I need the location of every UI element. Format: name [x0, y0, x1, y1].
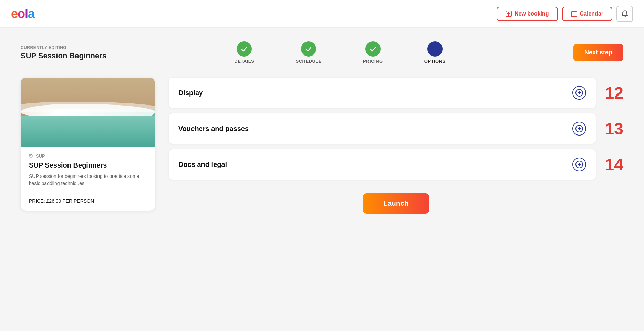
option-number-vouchers: 13 [603, 119, 623, 138]
card-image [21, 78, 155, 147]
svg-rect-3 [571, 12, 577, 17]
step-bar-left: CURRENTLY EDITING SUP Session Beginners [21, 45, 106, 60]
option-label-display: Display [178, 89, 203, 97]
card-body: SUP SUP Session Beginners SUP session fo… [21, 147, 155, 211]
card-preview: SUP SUP Session Beginners SUP session fo… [21, 78, 155, 211]
option-panel-docs[interactable]: Docs and legal [169, 149, 596, 180]
calendar-icon [571, 11, 577, 17]
header: eola New booking Calendar [0, 0, 644, 28]
plus-circle-icon-docs [575, 161, 583, 168]
step-schedule[interactable]: SCHEDULE [295, 41, 322, 64]
logo-q: o [18, 7, 25, 21]
step-circle-details [237, 41, 252, 57]
option-add-vouchers-button[interactable] [572, 122, 586, 136]
option-label-vouchers: Vouchers and passes [178, 125, 249, 133]
step-options[interactable]: OPTIONS [424, 41, 446, 64]
step-line-2 [322, 49, 363, 49]
plus-icon [506, 11, 512, 17]
next-step-button[interactable]: Next step [573, 44, 623, 61]
calendar-button[interactable]: Calendar [562, 7, 612, 21]
session-title: SUP Session Beginners [21, 51, 106, 60]
options-area: Display 12 Vouchers and passes [169, 78, 623, 214]
card-description: SUP session for beginners looking to pra… [29, 173, 147, 187]
logo-l: l [25, 7, 28, 21]
tag-icon [29, 154, 34, 159]
step-line-3 [383, 49, 424, 49]
plus-circle-icon-vouchers [575, 125, 583, 132]
option-add-docs-button[interactable] [572, 158, 586, 171]
step-label-options: OPTIONS [424, 59, 446, 64]
logo-a: a [28, 7, 34, 21]
option-add-display-button[interactable] [572, 86, 586, 100]
calendar-label: Calendar [580, 11, 603, 17]
card-tag-text: SUP [36, 153, 45, 159]
launch-container: Launch [169, 193, 623, 214]
sand-layer [21, 78, 155, 109]
logo-e: e [11, 7, 18, 21]
step-label-details: DETAILS [234, 59, 254, 64]
currently-editing-label: CURRENTLY EDITING [21, 45, 106, 50]
steps-container: DETAILS SCHEDULE PRI [106, 41, 573, 64]
step-details[interactable]: DETAILS [234, 41, 254, 64]
step-label-schedule: SCHEDULE [295, 59, 322, 64]
step-circle-schedule [301, 41, 316, 57]
option-panel-display[interactable]: Display [169, 78, 596, 108]
step-line-1 [254, 49, 295, 49]
card-name: SUP Session Beginners [29, 161, 147, 169]
checkmark-icon-schedule [305, 45, 312, 53]
new-booking-label: New booking [515, 11, 549, 17]
option-panel-vouchers[interactable]: Vouchers and passes [169, 113, 596, 144]
step-pricing[interactable]: PRICING [363, 41, 383, 64]
launch-button[interactable]: Launch [363, 193, 429, 214]
option-label-docs: Docs and legal [178, 161, 227, 169]
card-price: PRICE: £26.00 PER PERSON [29, 198, 147, 204]
water-layer [21, 116, 155, 147]
step-circle-pricing [365, 41, 381, 57]
main-content: CURRENTLY EDITING SUP Session Beginners … [0, 28, 644, 228]
option-row-display: Display 12 [169, 78, 623, 108]
card-price-label: PRICE: [29, 198, 45, 204]
header-actions: New booking Calendar [497, 6, 633, 22]
logo: eola [11, 7, 34, 21]
option-row-vouchers: Vouchers and passes 13 [169, 113, 623, 144]
new-booking-button[interactable]: New booking [497, 7, 558, 21]
content-area: SUP SUP Session Beginners SUP session fo… [21, 78, 623, 214]
step-bar: CURRENTLY EDITING SUP Session Beginners … [21, 41, 623, 64]
option-number-docs: 14 [603, 155, 623, 174]
step-label-pricing: PRICING [363, 59, 383, 64]
checkmark-icon-details [240, 45, 248, 53]
step-circle-options [427, 41, 443, 57]
checkmark-icon-pricing [369, 45, 377, 53]
notification-bell-button[interactable] [616, 6, 633, 22]
bell-icon [621, 10, 629, 18]
card-tag: SUP [29, 153, 147, 159]
option-row-docs: Docs and legal 14 [169, 149, 623, 180]
card-price-value: £26.00 PER PERSON [46, 198, 94, 204]
option-number-display: 12 [603, 83, 623, 102]
plus-circle-icon-display [575, 89, 583, 97]
svg-point-7 [30, 155, 31, 156]
